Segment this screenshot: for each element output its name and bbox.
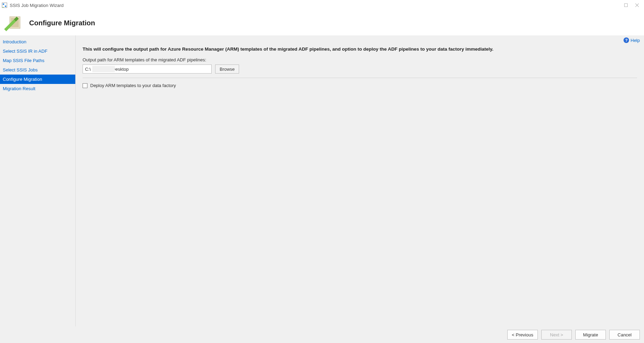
- previous-button[interactable]: < Previous: [507, 330, 538, 340]
- output-path-row: C:\ \Desktop Browse: [83, 65, 637, 78]
- sidebar-item-map-file-paths[interactable]: Map SSIS File Paths: [0, 56, 75, 65]
- body-area: Introduction Select SSIS IR in ADF Map S…: [0, 35, 644, 326]
- redacted-mask: [92, 66, 115, 72]
- divider: [83, 78, 637, 78]
- svg-rect-4: [625, 4, 628, 7]
- migrate-button[interactable]: Migrate: [575, 330, 606, 340]
- content-inner: This will configure the output path for …: [76, 43, 644, 88]
- sidebar-item-select-ssis-jobs[interactable]: Select SSIS Jobs: [0, 65, 75, 75]
- help-label: Help: [630, 38, 640, 43]
- wizard-icon: [3, 13, 23, 33]
- sidebar: Introduction Select SSIS IR in ADF Map S…: [0, 35, 76, 326]
- deploy-checkbox[interactable]: [83, 83, 87, 88]
- page-header: Configure Migration: [0, 10, 644, 35]
- maximize-icon[interactable]: [620, 1, 632, 9]
- deploy-checkbox-label: Deploy ARM templates to your data factor…: [90, 83, 176, 88]
- output-path-input[interactable]: C:\ \Desktop: [83, 65, 212, 74]
- title-bar: SSIS Job Migration Wizard: [0, 0, 644, 10]
- window-controls: [620, 1, 643, 9]
- description-text: This will configure the output path for …: [83, 46, 637, 52]
- help-row: ? Help: [76, 35, 644, 43]
- svg-rect-2: [5, 6, 6, 7]
- svg-rect-1: [3, 3, 4, 5]
- close-icon[interactable]: [632, 1, 643, 9]
- content-pane: ? Help This will configure the output pa…: [76, 35, 644, 326]
- next-button[interactable]: Next >: [541, 330, 572, 340]
- sidebar-item-configure-migration[interactable]: Configure Migration: [0, 75, 75, 84]
- page-title: Configure Migration: [29, 19, 95, 27]
- help-link[interactable]: ? Help: [624, 37, 640, 43]
- sidebar-item-introduction[interactable]: Introduction: [0, 37, 75, 46]
- help-icon: ?: [624, 37, 629, 43]
- deploy-checkbox-row: Deploy ARM templates to your data factor…: [83, 83, 637, 88]
- sidebar-item-select-ssis-ir[interactable]: Select SSIS IR in ADF: [0, 46, 75, 56]
- cancel-button[interactable]: Cancel: [609, 330, 640, 340]
- sidebar-item-migration-result[interactable]: Migration Result: [0, 84, 75, 93]
- footer: < Previous Next > Migrate Cancel: [0, 326, 644, 343]
- app-icon: [1, 2, 8, 8]
- window-title: SSIS Job Migration Wizard: [10, 3, 63, 8]
- output-path-label: Output path for ARM templates of the mig…: [83, 57, 637, 62]
- browse-button[interactable]: Browse: [215, 65, 239, 74]
